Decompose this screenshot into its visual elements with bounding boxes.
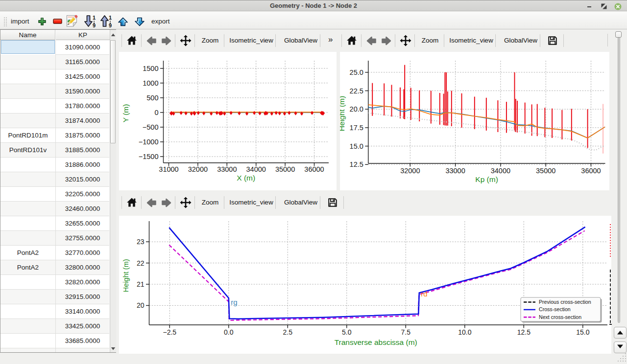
svg-text:20: 20 xyxy=(137,301,145,309)
svg-text:1500: 1500 xyxy=(143,65,158,72)
svg-text:X (m): X (m) xyxy=(237,174,255,182)
svg-text:36000: 36000 xyxy=(581,167,601,175)
svg-text:35000: 35000 xyxy=(275,165,295,173)
svg-text:Next cross-section: Next cross-section xyxy=(539,314,581,320)
svg-text:33000: 33000 xyxy=(217,165,237,173)
svg-text:12.5: 12.5 xyxy=(350,160,363,168)
svg-text:34000: 34000 xyxy=(246,165,266,173)
svg-text:25.0: 25.0 xyxy=(350,68,363,76)
svg-text:35000: 35000 xyxy=(536,167,555,175)
svg-text:1000: 1000 xyxy=(143,79,158,87)
svg-text:31000: 31000 xyxy=(159,165,178,173)
svg-text:−2.5: −2.5 xyxy=(163,328,176,336)
svg-text:17.5: 17.5 xyxy=(350,124,363,132)
svg-text:20.0: 20.0 xyxy=(350,105,363,113)
svg-text:23: 23 xyxy=(137,238,145,246)
svg-text:Kp (m): Kp (m) xyxy=(475,175,498,183)
svg-text:Transverse abscissa (m): Transverse abscissa (m) xyxy=(335,338,417,346)
svg-text:22.5: 22.5 xyxy=(350,87,363,95)
svg-text:rd: rd xyxy=(421,290,427,298)
svg-text:36000: 36000 xyxy=(304,165,324,173)
svg-text:Previous cross-section: Previous cross-section xyxy=(539,299,591,305)
svg-text:33000: 33000 xyxy=(445,167,465,175)
svg-text:Height (m): Height (m) xyxy=(122,259,130,292)
svg-text:−500: −500 xyxy=(143,123,159,131)
svg-text:Cross-section: Cross-section xyxy=(539,306,571,312)
svg-text:1: 1 xyxy=(93,15,96,21)
svg-text:500: 500 xyxy=(146,94,158,102)
svg-text:15.0: 15.0 xyxy=(576,328,589,336)
svg-text:−1500: −1500 xyxy=(139,153,159,160)
svg-text:Y (m): Y (m) xyxy=(121,104,130,123)
svg-text:0: 0 xyxy=(154,109,158,116)
svg-text:10.0: 10.0 xyxy=(458,328,471,336)
svg-text:15.0: 15.0 xyxy=(350,142,363,150)
svg-text:7.5: 7.5 xyxy=(401,328,411,336)
svg-text:1: 1 xyxy=(109,15,112,21)
svg-text:22: 22 xyxy=(137,259,145,267)
svg-text:32000: 32000 xyxy=(400,167,420,175)
svg-text:12.5: 12.5 xyxy=(517,328,531,336)
svg-text:−1000: −1000 xyxy=(139,138,159,146)
svg-text:0.0: 0.0 xyxy=(224,328,234,336)
svg-text:Height (m): Height (m) xyxy=(340,96,346,131)
svg-text:rg: rg xyxy=(231,298,237,306)
svg-text:34000: 34000 xyxy=(491,167,510,175)
svg-text:21: 21 xyxy=(137,280,145,288)
svg-text:2.5: 2.5 xyxy=(283,328,293,336)
svg-text:5.0: 5.0 xyxy=(342,328,352,336)
svg-text:32000: 32000 xyxy=(188,165,208,173)
